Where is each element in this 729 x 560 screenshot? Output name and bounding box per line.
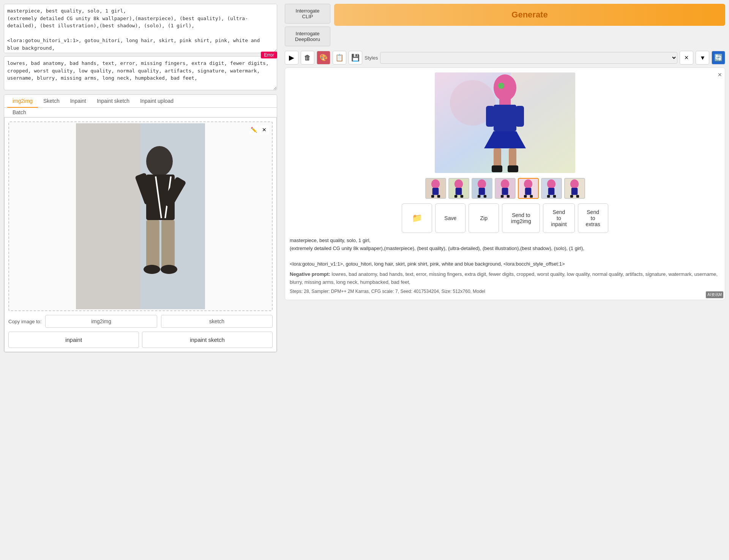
open-folder-btn[interactable]: 📁 — [402, 203, 432, 233]
svg-rect-40 — [483, 195, 486, 198]
styles-label: Styles — [364, 55, 378, 61]
image-controls: ✏️ ✕ — [249, 125, 269, 134]
toolbar-trash-btn[interactable]: 🗑 — [301, 51, 314, 64]
styles-apply-btn[interactable]: 🔄 — [712, 51, 725, 64]
dancer-image — [76, 123, 205, 309]
svg-rect-59 — [570, 195, 573, 198]
negative-prompt-container: Error — [4, 56, 277, 91]
svg-point-32 — [454, 179, 462, 189]
toolbar-row: ▶ 🗑 🎨 📋 💾 Styles × ▾ 🔄 — [285, 51, 725, 64]
svg-rect-44 — [500, 195, 503, 198]
output-close-btn[interactable]: × — [718, 71, 722, 79]
svg-rect-58 — [571, 188, 578, 195]
thumb-4[interactable] — [518, 178, 539, 199]
generate-btn[interactable]: Generate — [334, 4, 725, 26]
thumb-5[interactable] — [541, 178, 562, 199]
svg-point-47 — [524, 179, 532, 189]
svg-rect-60 — [576, 195, 579, 198]
svg-point-52 — [547, 179, 555, 189]
toolbar-send-btn[interactable]: ▶ — [285, 51, 298, 64]
image-upload-area[interactable]: ✏️ ✕ — [8, 121, 273, 311]
negative-prompt[interactable] — [4, 56, 277, 90]
thumb-6[interactable] — [564, 178, 585, 199]
zip-btn[interactable]: Zip — [469, 203, 499, 233]
save-btn[interactable]: Save — [435, 203, 465, 233]
batch-tab[interactable]: Batch — [7, 106, 32, 118]
svg-rect-39 — [477, 195, 480, 198]
tab-inpaint-upload[interactable]: Inpaint upload — [135, 95, 179, 108]
svg-rect-33 — [455, 188, 462, 195]
output-negative-text: Negative prompt: lowres, bad anatomy, ba… — [290, 271, 720, 286]
copy-row: Copy image to: img2img sketch — [8, 315, 273, 328]
svg-rect-45 — [507, 195, 509, 198]
svg-rect-24 — [492, 165, 502, 172]
interrogate-buttons: InterrogateCLIP InterrogateDeepBooru — [285, 4, 330, 46]
positive-prompt[interactable] — [4, 4, 277, 53]
styles-close-btn[interactable]: × — [680, 51, 693, 64]
output-actions: 📁 Save Zip Send toimg2img Sendtoinpaint … — [290, 203, 720, 233]
svg-rect-20 — [486, 106, 494, 127]
copy-to-img2img-btn[interactable]: img2img — [45, 315, 157, 328]
thumb-1[interactable] — [448, 178, 469, 199]
interrogate-deepbooru-btn[interactable]: InterrogateDeepBooru — [285, 27, 330, 46]
thumb-3[interactable] — [495, 178, 516, 199]
svg-rect-35 — [460, 195, 463, 198]
output-area: × — [285, 68, 725, 300]
svg-rect-38 — [478, 188, 485, 195]
thumb-2[interactable] — [472, 178, 492, 199]
svg-rect-53 — [548, 188, 554, 195]
svg-rect-8 — [161, 220, 175, 269]
tab-inpaint-sketch[interactable]: Inpaint sketch — [92, 95, 135, 108]
svg-rect-1 — [76, 123, 140, 309]
styles-select[interactable] — [380, 52, 677, 64]
interrogate-clip-btn[interactable]: InterrogateCLIP — [285, 4, 330, 24]
output-steps-text: Steps: 28, Sampler: DPM++ 2M Karras, CFG… — [290, 288, 720, 295]
tab-img2img[interactable]: img2img — [7, 95, 38, 108]
thumb-0[interactable] — [425, 178, 446, 199]
svg-rect-49 — [524, 195, 526, 198]
svg-point-3 — [146, 146, 173, 176]
svg-rect-30 — [437, 195, 440, 198]
svg-rect-28 — [432, 188, 439, 195]
toolbar-save-btn[interactable]: 💾 — [349, 51, 362, 64]
svg-point-42 — [500, 179, 509, 189]
tab-inpaint[interactable]: Inpaint — [65, 95, 92, 108]
output-thumbnails — [290, 178, 720, 199]
styles-row: Styles × ▾ 🔄 — [364, 51, 725, 64]
svg-rect-54 — [547, 195, 549, 198]
svg-point-18 — [498, 83, 504, 89]
svg-rect-48 — [525, 188, 531, 195]
watermark: AI资讯M — [706, 291, 723, 298]
tab-sketch[interactable]: Sketch — [38, 95, 65, 108]
svg-point-57 — [570, 179, 578, 189]
toolbar-paint-btn[interactable]: 🎨 — [317, 51, 330, 64]
toolbar-clipboard-btn[interactable]: 📋 — [333, 51, 346, 64]
output-main-image — [435, 72, 575, 173]
output-text: masterpiece, best quality, solo, 1 girl,… — [290, 237, 720, 295]
send-inpaint-btn[interactable]: Sendtoinpaint — [543, 203, 574, 233]
svg-rect-29 — [431, 195, 434, 198]
svg-rect-19 — [494, 105, 516, 131]
action-buttons-row: inpaint inpaint sketch — [8, 332, 273, 348]
inpaint-sketch-btn[interactable]: inpaint sketch — [142, 332, 273, 348]
svg-point-37 — [477, 179, 486, 189]
output-positive-text: masterpiece, best quality, solo, 1 girl,… — [290, 237, 720, 268]
inpaint-btn[interactable]: inpaint — [8, 332, 139, 348]
svg-rect-55 — [553, 195, 555, 198]
svg-rect-7 — [146, 220, 159, 269]
svg-point-11 — [144, 265, 160, 274]
svg-point-12 — [161, 265, 177, 274]
send-img2img-btn[interactable]: Send toimg2img — [502, 203, 540, 233]
svg-rect-34 — [454, 195, 457, 198]
right-top: InterrogateCLIP InterrogateDeepBooru Gen… — [285, 4, 725, 46]
svg-rect-43 — [502, 188, 508, 195]
send-extras-btn[interactable]: Sendtoextras — [578, 203, 608, 233]
clear-image-btn[interactable]: ✕ — [260, 125, 269, 134]
styles-dropdown-btn[interactable]: ▾ — [696, 51, 709, 64]
svg-rect-25 — [508, 165, 518, 172]
tabs-row: img2img Sketch Inpaint Inpaint sketch In… — [4, 95, 277, 108]
svg-rect-50 — [530, 195, 532, 198]
copy-to-sketch-btn[interactable]: sketch — [161, 315, 273, 328]
copy-label: Copy image to: — [8, 319, 41, 324]
edit-image-btn[interactable]: ✏️ — [249, 125, 258, 134]
